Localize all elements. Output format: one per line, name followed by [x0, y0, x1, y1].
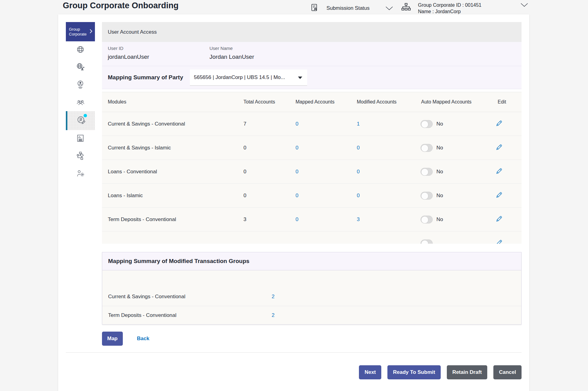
sidebar-item-global-users[interactable]	[66, 59, 95, 76]
section-header-user-account-access: User Account Access	[102, 22, 522, 42]
group-corporate-info: Group Corporate ID : 001451 Name : Jorda…	[418, 2, 481, 15]
list-item: Current & Savings - Conventional 2	[102, 288, 521, 306]
report-icon	[76, 134, 85, 144]
group-corporate-dropdown[interactable]: Group Corporate ID : 001451 Name : Jorda…	[401, 2, 528, 15]
retain-draft-button[interactable]: Retain Draft	[447, 365, 487, 379]
auto-mapped-toggle[interactable]	[420, 144, 433, 152]
edit-icon[interactable]	[496, 239, 503, 244]
user-name-label: User Name	[209, 46, 311, 51]
submission-status-dropdown[interactable]: Submission Status	[310, 3, 393, 13]
total-accounts-value: 7	[239, 121, 291, 127]
map-button[interactable]: Map	[102, 332, 123, 346]
modified-accounts-link[interactable]: 0	[352, 145, 417, 151]
main-content: User Account Access User ID jordanLoanUs…	[102, 22, 522, 379]
auto-mapped-label: No	[436, 193, 443, 199]
mapped-accounts-link[interactable]: 0	[291, 121, 352, 127]
sidebar-item-workflow[interactable]	[66, 148, 95, 165]
cancel-button[interactable]: Cancel	[493, 365, 522, 379]
module-name: Loans - Conventional	[102, 169, 239, 175]
page-title: Group Corporate Onboarding	[63, 1, 179, 10]
content-card: Group Corporate	[58, 14, 529, 391]
modules-table: Modules Total Accounts Mapped Accounts M…	[102, 92, 522, 244]
edit-icon[interactable]	[496, 120, 503, 127]
group-corporate-name: Name : JordanCorp	[418, 8, 481, 15]
globe-icon	[76, 45, 85, 55]
mapped-accounts-link[interactable]: 0	[291, 216, 352, 223]
mapped-accounts-link[interactable]: 0	[291, 169, 352, 175]
mapping-summary-party-label: Mapping Summary of Party	[108, 74, 183, 81]
user-settings-icon	[76, 169, 85, 179]
modified-transaction-groups-panel: Mapping Summary of Modified Transaction …	[102, 252, 522, 325]
table-row: Loans - Conventional 0 0 0 No	[102, 160, 522, 184]
modules-table-header: Modules Total Accounts Mapped Accounts M…	[102, 92, 522, 112]
table-row: Term Deposits - Conventional 3 0 3 No	[102, 208, 522, 231]
edit-icon[interactable]	[496, 215, 503, 222]
users-group-icon	[76, 97, 85, 108]
sidebar-item-report[interactable]	[66, 130, 95, 148]
divider	[66, 352, 522, 353]
group-name: Current & Savings - Conventional	[102, 294, 272, 300]
chevron-down-icon	[386, 6, 393, 10]
submission-status-label: Submission Status	[326, 5, 370, 11]
auto-mapped-toggle[interactable]	[420, 120, 433, 128]
sidebar-item-globe[interactable]	[66, 41, 95, 59]
notification-dot	[84, 114, 87, 117]
auto-mapped-toggle[interactable]	[420, 216, 433, 224]
auto-mapped-label: No	[436, 216, 443, 223]
column-header-total-accounts: Total Accounts	[239, 99, 291, 105]
party-select-value: 565656 | JordanCorp | UBS 14.5 | Mo...	[194, 74, 285, 81]
workflow-icon	[76, 151, 85, 161]
header-controls: Submission Status Group Corporate ID : 0…	[310, 2, 528, 15]
next-button[interactable]: Next	[359, 365, 381, 379]
ready-to-submit-button[interactable]: Ready To Submit	[387, 365, 441, 379]
sidebar-item-user-account-access[interactable]	[66, 111, 95, 130]
sidebar-item-user-settings[interactable]	[66, 165, 95, 182]
user-id-value: jordanLoanUser	[108, 54, 209, 60]
edit-icon[interactable]	[496, 167, 503, 175]
submission-status-icon	[310, 3, 318, 13]
modified-accounts-link[interactable]: 0	[352, 169, 417, 175]
modified-transaction-groups-title: Mapping Summary of Modified Transaction …	[102, 252, 521, 270]
group-count-link[interactable]: 2	[272, 294, 274, 300]
module-name: Current & Savings - Islamic	[102, 145, 239, 151]
module-name: Current & Savings - Conventional	[102, 121, 239, 127]
modified-accounts-link[interactable]: 0	[352, 193, 417, 199]
mapping-summary-party-row: Mapping Summary of Party 565656 | Jordan…	[102, 66, 522, 89]
sidebar-item-user-details[interactable]	[66, 76, 95, 94]
column-header-modules: Modules	[102, 99, 239, 105]
auto-mapped-label: No	[436, 121, 443, 127]
chevron-down-icon	[521, 3, 528, 7]
auto-mapped-toggle[interactable]	[420, 239, 433, 244]
table-row: Loans - Islamic 0 0 0 No	[102, 184, 522, 208]
mapped-accounts-link[interactable]: 0	[291, 145, 352, 151]
sidebar: Group Corporate	[66, 22, 95, 182]
hierarchy-icon	[401, 2, 411, 14]
party-select[interactable]: 565656 | JordanCorp | UBS 14.5 | Mo...	[190, 70, 307, 86]
user-card-icon	[76, 80, 85, 90]
table-row: Current & Savings - Islamic 0 0 0 No	[102, 136, 522, 160]
total-accounts-value: 0	[239, 193, 291, 199]
list-item: Term Deposits - Conventional 2	[102, 306, 521, 324]
sidebar-badge-group-corporate[interactable]: Group Corporate	[66, 22, 95, 41]
group-corporate-id: Group Corporate ID : 001451	[418, 2, 481, 8]
auto-mapped-label: No	[436, 145, 443, 151]
edit-icon[interactable]	[496, 144, 503, 151]
group-name: Term Deposits - Conventional	[102, 312, 272, 318]
auto-mapped-toggle[interactable]	[420, 192, 433, 200]
mapped-accounts-link[interactable]: 0	[291, 193, 352, 199]
modified-accounts-link[interactable]: 1	[352, 121, 417, 127]
auto-mapped-toggle[interactable]	[420, 168, 433, 176]
edit-icon[interactable]	[496, 191, 503, 198]
user-info-section: User ID jordanLoanUser User Name Jordan …	[102, 42, 522, 66]
module-name: Term Deposits - Conventional	[102, 216, 239, 223]
group-count-link[interactable]: 2	[272, 312, 274, 318]
back-link[interactable]: Back	[137, 336, 149, 342]
total-accounts-value: 0	[239, 169, 291, 175]
modified-accounts-link[interactable]: 3	[352, 216, 417, 223]
total-accounts-value: 0	[239, 145, 291, 151]
auto-mapped-label: No	[436, 169, 443, 175]
sidebar-item-users-group[interactable]	[66, 94, 95, 111]
caret-down-icon	[298, 77, 302, 79]
chevron-right-icon	[90, 29, 92, 35]
footer-actions: Next Ready To Submit Retain Draft Cancel	[102, 365, 522, 379]
